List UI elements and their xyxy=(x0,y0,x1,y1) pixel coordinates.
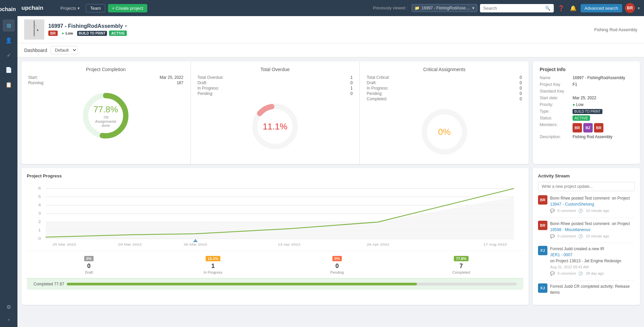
progress-chart-container: 0 1 2 3 4 5 6 25 Mar 2022 29 Mar 2022 30… xyxy=(27,182,523,249)
completed-bar: Completed 77.87 xyxy=(27,278,523,290)
info-priority-row: Priority: ● Low xyxy=(540,102,633,107)
info-type-row: Type: BUILD TO PRINT xyxy=(540,109,633,114)
create-project-button[interactable]: + Create project xyxy=(108,4,147,12)
activity-body-1: Bonn Rhee posted Test comment on Project… xyxy=(550,195,635,214)
overdue-chart: 11.1% xyxy=(198,100,353,153)
search-input[interactable] xyxy=(483,6,543,11)
svg-text:17 Aug 2022: 17 Aug 2022 xyxy=(483,243,507,246)
info-name-row: Name 16997 - FishingRodAssembly xyxy=(540,75,633,80)
completion-title: Project Completion xyxy=(28,67,183,72)
draft-badge: 0% xyxy=(84,256,94,261)
user-dropdown-arrow[interactable]: ▾ xyxy=(638,6,640,11)
activity-title: Activity Stream xyxy=(538,173,635,178)
comment-icon: 💬 xyxy=(550,208,555,214)
sidebar-item-home[interactable]: ⊞ xyxy=(3,19,15,32)
activity-body-3: Forrest Judd created a new IR JER1 - 000… xyxy=(550,246,621,276)
completion-sub: 7/9 Assignments done xyxy=(92,115,119,127)
metrics-cards: Project Completion Start: Mar 25, 2022 R… xyxy=(21,61,529,164)
svg-text:1: 1 xyxy=(38,228,41,232)
completed-progress-track xyxy=(67,283,517,285)
critical-donut: 0% xyxy=(418,105,471,159)
dashboard-label: Dashboard xyxy=(24,48,47,53)
info-members-row: Members: BR BZ BR xyxy=(540,122,633,132)
activity-meta-1: 💬 0 comment 🕐 10 minute ago xyxy=(550,208,635,214)
draft-label: Draft xyxy=(85,270,93,274)
activity-link-2[interactable]: 18598 - Miscellaneous xyxy=(550,227,590,232)
activity-meta-2: 💬 0 comment 🕐 10 minute ago xyxy=(550,233,635,239)
dashboard-header: Dashboard Default xyxy=(17,43,644,57)
cards-row: Project Completion Start: Mar 25, 2022 R… xyxy=(21,61,640,164)
activity-link-3[interactable]: JER1 - 0007 xyxy=(550,253,573,257)
info-standard-key-row: Standard Key xyxy=(540,89,633,94)
svg-marker-30 xyxy=(46,197,514,239)
activity-meta-3: 💬 0 comment 🕐 28 day ago xyxy=(550,271,621,276)
content-area: 16997 - FishingRodAssembly ▾ BR Low BUIL… xyxy=(17,16,644,327)
file-icon: 📁 xyxy=(415,6,420,10)
activity-body-2: Bonn Rhee posted Test comment on Project… xyxy=(550,221,635,239)
info-status-row: Status: ACTIVE xyxy=(540,116,633,120)
sidebar-item-reports[interactable]: 📋 xyxy=(3,78,15,91)
main-wrapper: upchain Projects ▾ Team + Create project… xyxy=(17,0,644,327)
sidebar-item-tasks[interactable]: ✓ xyxy=(3,49,15,61)
svg-text:3: 3 xyxy=(38,212,41,216)
overdue-pct: 11.1% xyxy=(263,121,287,132)
completed-badge: 77.8% xyxy=(454,256,468,261)
team-button[interactable]: Team xyxy=(86,4,105,12)
summary-pending: 0% 0 Pending xyxy=(275,254,399,277)
info-key-row: Project Key F1 xyxy=(540,82,633,87)
sidebar-expand-button[interactable]: » xyxy=(3,316,15,324)
project-info-panel: Project Info Name 16997 - FishingRodAsse… xyxy=(533,61,640,164)
svg-rect-2 xyxy=(34,20,35,36)
svg-text:0: 0 xyxy=(38,237,41,241)
svg-text:30 Mar 2022: 30 Mar 2022 xyxy=(183,243,207,246)
projects-menu-button[interactable]: Projects ▾ xyxy=(57,4,83,12)
sidebar: upchain ⊞ 👤 ✓ 📄 📋 ⚙ » xyxy=(0,0,17,327)
activity-item: FJ Forrest Judd created a new IR JER1 - … xyxy=(538,246,635,276)
completion-stats: Start: Mar 25, 2022 Running: 187 xyxy=(28,75,183,86)
member-chip-bz: BZ xyxy=(583,123,593,132)
user-avatar[interactable]: BR xyxy=(625,3,635,13)
advanced-search-button[interactable]: Advanced search xyxy=(581,4,622,12)
time-icon: 🕐 xyxy=(578,271,583,276)
project-title: 16997 - FishingRodAssembly ▾ xyxy=(48,23,583,29)
summary-bar: 0% 0 Draft 11.1% 1 In Progress 0% 0 Pend… xyxy=(27,251,523,277)
completion-donut: 77.8% 7/9 Assignments done xyxy=(79,89,132,143)
dashboard-select[interactable]: Default xyxy=(51,46,77,54)
overdue-title: Total Overdue xyxy=(198,67,353,72)
summary-draft: 0% 0 Draft xyxy=(27,254,151,277)
navbar: upchain Projects ▾ Team + Create project… xyxy=(17,0,644,16)
activity-body-4: Forrest Judd CR completed activity: Rele… xyxy=(550,283,635,295)
activity-avatar-br1: BR xyxy=(538,195,547,205)
svg-text:13 Apr 2022: 13 Apr 2022 xyxy=(278,243,301,246)
activity-link-1[interactable]: 13947 - CustomShelving xyxy=(550,202,594,207)
svg-text:upchain: upchain xyxy=(0,6,16,12)
help-icon[interactable]: ❓ xyxy=(556,4,566,13)
completion-chart: 77.8% 7/9 Assignments done xyxy=(28,89,183,143)
activity-item: BR Bonn Rhee posted Test comment on Proj… xyxy=(538,195,635,214)
svg-text:5: 5 xyxy=(38,195,41,199)
in-progress-count: 1 xyxy=(153,263,273,270)
sidebar-item-team[interactable]: 👤 xyxy=(3,34,15,46)
project-title-dropdown[interactable]: ▾ xyxy=(125,24,127,29)
activity-avatar-fj1: FJ xyxy=(538,246,547,255)
overdue-card: Total Overdue Total Overdue: 1 Draft: 0 … xyxy=(191,61,360,164)
previously-viewed-dropdown[interactable]: 📁 16997 - FishingRodAsse.... ▾ xyxy=(412,4,477,12)
member-chip-br2: BR xyxy=(594,123,603,132)
type-badge: BUILD TO PRINT xyxy=(77,31,107,36)
svg-marker-31 xyxy=(193,239,198,242)
sidebar-item-settings[interactable]: ⚙ xyxy=(3,301,15,313)
sidebar-item-docs[interactable]: 📄 xyxy=(3,64,15,76)
pending-badge: 0% xyxy=(332,256,342,261)
members-list: BR BZ BR xyxy=(573,123,603,132)
project-info-panel-title: Project Info xyxy=(540,67,633,72)
project-header: 16997 - FishingRodAssembly ▾ BR Low BUIL… xyxy=(17,16,644,43)
in-progress-label: In Progress xyxy=(204,270,222,274)
critical-pct: 0% xyxy=(438,127,451,137)
project-description: Fishing Rod Assembly xyxy=(594,27,637,32)
search-box[interactable]: 🔍 xyxy=(480,4,554,12)
pending-label: Pending xyxy=(330,270,344,274)
activity-input[interactable] xyxy=(538,182,635,191)
notifications-icon[interactable]: 🔔 xyxy=(569,4,578,13)
info-start-row: Start date: Mar 25, 2022 xyxy=(540,96,633,100)
comment-icon: 💬 xyxy=(550,233,555,239)
